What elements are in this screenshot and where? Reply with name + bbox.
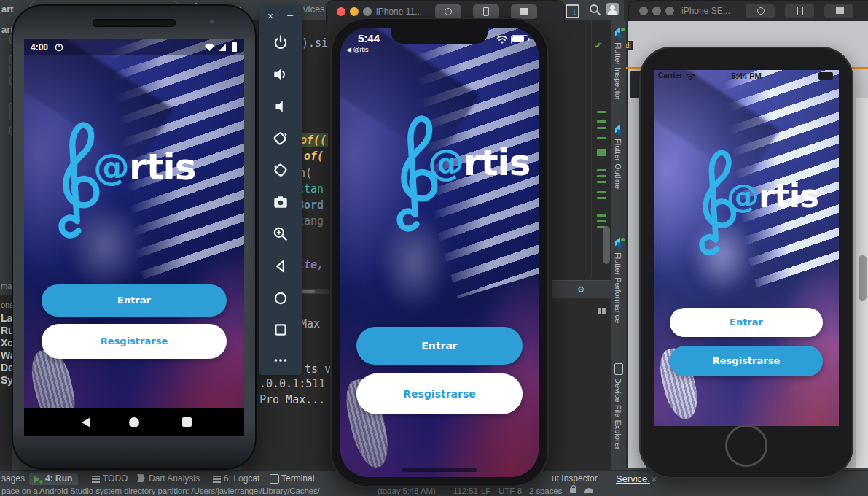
line-ending[interactable]: LF [481, 487, 490, 495]
console-line: La [1, 312, 12, 324]
window-close-button[interactable] [337, 7, 345, 16]
editor-scrollbar-thumb[interactable] [603, 226, 610, 264]
run-console-line: Pro Max... [259, 393, 325, 406]
tab-terminal[interactable]: Terminal [281, 473, 314, 485]
simulator2-window-titlebar[interactable]: iPhone SE... [628, 0, 868, 21]
window-zoom-button[interactable] [665, 7, 674, 15]
screenshot-stage: art art ▾ ▾ ▾ ▾ ▾ ▾ ▾ ma ons La Ru Xc Wa… [0, 0, 868, 496]
status-timestamp: (today 5:48 AM) [378, 487, 436, 495]
more-icon[interactable] [272, 352, 289, 369]
entrar-button[interactable]: Entrar [356, 327, 523, 365]
home-indicator[interactable] [402, 468, 477, 472]
layout-view-icon[interactable] [598, 308, 606, 314]
sim-lock-button[interactable] [435, 4, 461, 19]
search-icon[interactable] [589, 4, 601, 16]
tab-device-file-explorer[interactable]: Device File Explorer [614, 378, 622, 449]
tab-messages-partial[interactable]: sages [1, 473, 25, 485]
logcat-icon [213, 476, 221, 483]
registrarse-button[interactable]: Resgistrarse [670, 346, 823, 376]
android-status-bar: 4:00 [24, 39, 244, 55]
tab-flutter-outline[interactable]: Flutter Outline [614, 139, 622, 189]
phone-speaker [93, 19, 176, 27]
phone-camera [210, 20, 214, 24]
avatar[interactable] [606, 3, 619, 15]
caret-position[interactable]: 112:51 [453, 487, 478, 495]
android-nav-bar [24, 408, 244, 436]
registrarse-button[interactable]: Resgistrarse [42, 324, 227, 359]
window-close-button[interactable] [639, 7, 648, 15]
scrollbar-thumb[interactable] [859, 255, 867, 301]
indent-setting[interactable]: 2 spaces [529, 487, 562, 495]
app-logo-text: @rtis [428, 142, 530, 184]
window-minimize-button[interactable] [350, 7, 359, 16]
logo-name: rtis [464, 142, 530, 184]
status-time: 5:44 PM [731, 71, 762, 80]
close-icon[interactable]: × [267, 10, 273, 22]
sim-screenshot-button[interactable] [824, 4, 853, 18]
run-active-dot [39, 479, 44, 484]
code-fragment: ).si [302, 36, 328, 50]
logo-at: @ [428, 142, 464, 184]
back-to-app-badge[interactable]: ◀ @rtis [346, 46, 369, 53]
android-emulator-device: 4:00 @rtis Entrar Resgistrarse [12, 4, 257, 470]
flutter-icon [614, 239, 623, 248]
rotate-right-icon[interactable] [272, 162, 289, 179]
sim-home-button[interactable] [473, 4, 499, 19]
window-zoom-button[interactable] [363, 7, 372, 16]
wifi-icon [204, 43, 215, 52]
app-logo-text: @rtis [93, 146, 195, 188]
android-icon[interactable] [584, 488, 593, 493]
zoom-icon[interactable] [272, 225, 289, 243]
entrar-button[interactable]: Entrar [670, 308, 823, 337]
tab-flutter-inspector[interactable]: Flutter Inspector [614, 42, 622, 100]
devices-label-partial: vices [303, 4, 325, 15]
code-fragment: of(( [299, 133, 328, 147]
logo-name: rtis [129, 146, 195, 188]
dart-icon [137, 474, 145, 482]
home-icon[interactable] [272, 290, 289, 307]
tab-logcat[interactable]: 6: Logcat [224, 473, 259, 485]
tab-layout-inspector-partial[interactable]: ut Inspector [552, 473, 598, 485]
overview-icon[interactable] [272, 321, 289, 338]
logo-name: rtis [759, 177, 818, 215]
carrier-label: Carrier [658, 71, 682, 80]
lock-icon[interactable] [570, 488, 576, 493]
sim-lock-button[interactable] [746, 4, 775, 18]
tab-flutter-performance[interactable]: Flutter Performance [614, 252, 622, 323]
device-file-explorer-icon [614, 363, 623, 375]
tab-todo[interactable]: TODO [103, 473, 128, 485]
flutter-icon [614, 29, 623, 38]
android-screen[interactable]: 4:00 @rtis Entrar Resgistrarse [24, 39, 244, 436]
iphone-se-screen[interactable]: Carrier 5:44 PM @rtis Entrar Resgistrars… [654, 70, 839, 426]
battery-icon [818, 72, 833, 80]
back-icon[interactable] [272, 257, 289, 275]
volume-up-icon[interactable] [272, 66, 289, 83]
minimize-icon[interactable]: – [287, 9, 293, 20]
window-minimize-button[interactable] [652, 7, 661, 15]
tab-dart-analysis[interactable]: Dart Analysis [149, 473, 200, 485]
home-button[interactable] [725, 425, 767, 467]
rotate-left-icon[interactable] [272, 130, 289, 147]
encoding[interactable]: UTF-8 [498, 487, 522, 495]
todo-icon [92, 476, 100, 483]
home-icon[interactable] [129, 417, 139, 427]
entrar-button[interactable]: Entrar [42, 284, 227, 317]
iphone11-screen[interactable]: 5:44 ◀ @rtis @rtis Entrar Resgistrarse [340, 28, 539, 477]
gear-icon[interactable]: ⚙ [578, 283, 584, 295]
recents-icon[interactable] [182, 417, 192, 427]
logo-at: @ [727, 177, 759, 215]
ide-tab-partial[interactable]: art [1, 4, 14, 15]
sim-screenshot-button[interactable] [511, 4, 537, 19]
power-icon[interactable] [272, 34, 289, 51]
iphone11-simulator-device: 5:44 ◀ @rtis @rtis Entrar Resgistrarse [330, 18, 549, 487]
scrollbar-track[interactable] [856, 98, 868, 468]
registrarse-button[interactable]: Resgistrarse [356, 373, 523, 414]
minimize-icon[interactable]: — [600, 283, 606, 295]
volume-down-icon[interactable] [272, 98, 289, 115]
service-link[interactable]: Service. [616, 473, 650, 484]
screenshot-camera-icon[interactable] [272, 193, 289, 211]
status-message: pace on a Android Studio system director… [1, 487, 320, 495]
sim-home-button[interactable] [785, 4, 814, 18]
cell-signal-icon [218, 43, 227, 52]
back-icon[interactable] [82, 417, 90, 427]
